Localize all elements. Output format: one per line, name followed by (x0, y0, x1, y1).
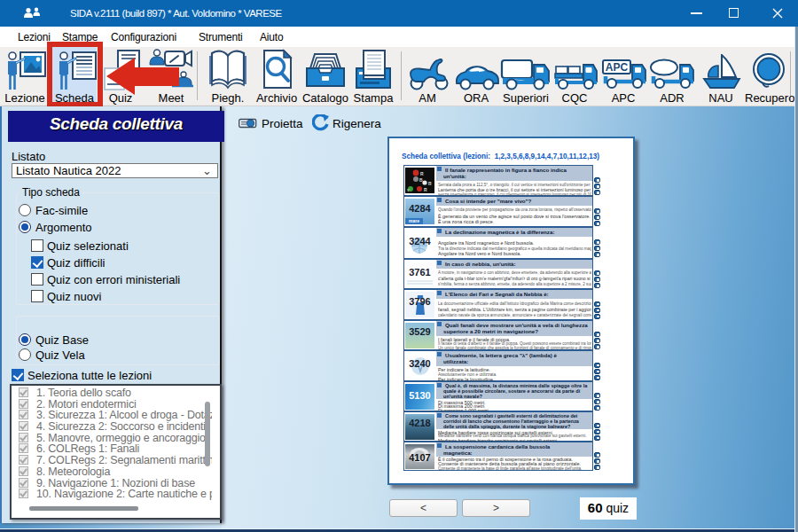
svg-text:R: R (428, 181, 432, 186)
svg-text:V: V (407, 188, 410, 192)
svg-text:R: R (424, 187, 427, 192)
svg-text:R: R (420, 171, 424, 176)
svg-text:APC: APC (606, 61, 629, 74)
svg-text:B: B (419, 177, 423, 183)
